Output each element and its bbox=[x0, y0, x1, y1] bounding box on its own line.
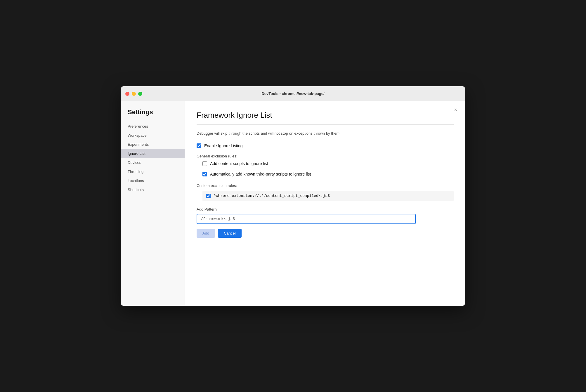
enable-ignore-listing-label[interactable]: Enable Ignore Listing bbox=[204, 143, 243, 148]
titlebar-title: DevTools - chrome://new-tab-page/ bbox=[261, 91, 324, 96]
custom-exclusion-label: Custom exclusion rules: bbox=[197, 183, 454, 188]
add-content-scripts-row: Add content scripts to ignore list bbox=[202, 161, 454, 166]
description-text: Debugger will skip through the scripts a… bbox=[197, 131, 454, 136]
add-content-scripts-label[interactable]: Add content scripts to ignore list bbox=[210, 161, 268, 166]
sidebar-item-experiments[interactable]: Experiments bbox=[121, 140, 185, 149]
add-pattern-label: Add Pattern bbox=[197, 207, 454, 211]
auto-third-party-checkbox[interactable] bbox=[202, 172, 207, 176]
sidebar-item-ignore-list[interactable]: Ignore List bbox=[121, 149, 185, 158]
enable-ignore-listing-row: Enable Ignore Listing bbox=[197, 143, 454, 148]
custom-rule-row: ^chrome-extension://.*/content_script_co… bbox=[202, 191, 454, 201]
custom-exclusion-rules: ^chrome-extension://.*/content_script_co… bbox=[202, 191, 454, 201]
sidebar-item-workspace[interactable]: Workspace bbox=[121, 131, 185, 140]
sidebar-item-throttling[interactable]: Throttling bbox=[121, 167, 185, 176]
sidebar-item-locations[interactable]: Locations bbox=[121, 176, 185, 185]
general-exclusion-rules: Add content scripts to ignore list Autom… bbox=[202, 161, 454, 176]
cancel-button[interactable]: Cancel bbox=[218, 229, 241, 238]
pattern-input[interactable] bbox=[197, 214, 416, 224]
devtools-window: DevTools - chrome://new-tab-page/ Settin… bbox=[121, 86, 465, 306]
sidebar-item-shortcuts[interactable]: Shortcuts bbox=[121, 185, 185, 194]
close-button[interactable]: × bbox=[452, 106, 460, 114]
add-content-scripts-checkbox[interactable] bbox=[202, 161, 207, 166]
close-traffic-light[interactable] bbox=[125, 92, 129, 96]
general-exclusion-label: General exclusion rules: bbox=[197, 154, 454, 158]
sidebar-item-preferences[interactable]: Preferences bbox=[121, 122, 185, 131]
add-button[interactable]: Add bbox=[197, 229, 215, 238]
sidebar-heading: Settings bbox=[121, 108, 185, 122]
minimize-traffic-light[interactable] bbox=[132, 92, 136, 96]
enable-ignore-listing-checkbox[interactable] bbox=[197, 143, 201, 148]
auto-third-party-label[interactable]: Automatically add known third-party scri… bbox=[210, 172, 311, 176]
auto-third-party-row: Automatically add known third-party scri… bbox=[202, 172, 454, 176]
maximize-traffic-light[interactable] bbox=[138, 92, 142, 96]
page-title: Framework Ignore List bbox=[197, 111, 454, 120]
main-content: × Framework Ignore List Debugger will sk… bbox=[185, 101, 465, 306]
chrome-extension-rule-label[interactable]: ^chrome-extension://.*/content_script_co… bbox=[214, 194, 330, 198]
custom-exclusion-section: Custom exclusion rules: ^chrome-extensio… bbox=[197, 183, 454, 201]
traffic-lights bbox=[125, 92, 142, 96]
chrome-extension-rule-checkbox[interactable] bbox=[206, 194, 211, 198]
section-divider bbox=[197, 124, 454, 125]
titlebar: DevTools - chrome://new-tab-page/ bbox=[121, 86, 465, 101]
sidebar-item-devices[interactable]: Devices bbox=[121, 158, 185, 167]
general-exclusion-section: General exclusion rules: Add content scr… bbox=[197, 154, 454, 176]
window-body: Settings Preferences Workspace Experimen… bbox=[121, 101, 465, 306]
button-row: Add Cancel bbox=[197, 229, 454, 238]
sidebar: Settings Preferences Workspace Experimen… bbox=[121, 101, 185, 306]
